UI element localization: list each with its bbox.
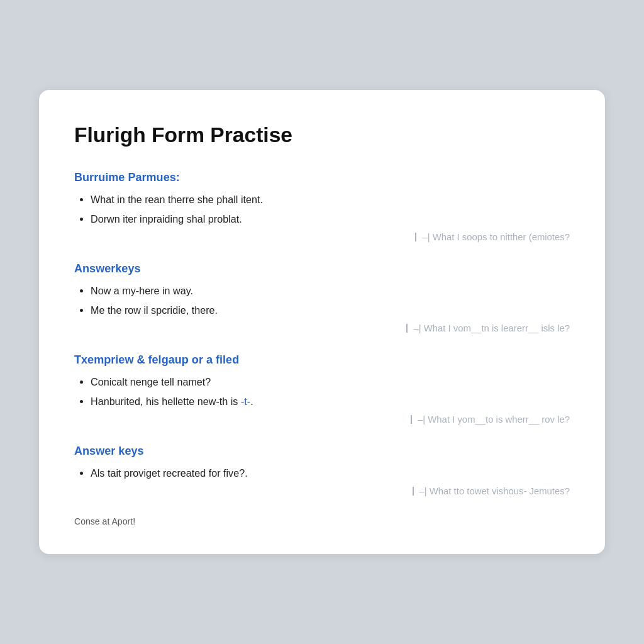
hint-bar-icon [411,415,412,424]
section-2-list: Now a my-here in way. Me the row il spcr… [74,283,570,318]
section-2-hint: –| What I vom__tn is learerr__ isls le? [406,323,570,333]
section-4-heading: Answer keys [74,445,570,458]
main-card: Flurigh Form Practise Burruime Parmues: … [39,90,605,554]
footer-text: Conse at Aport! [74,516,570,526]
list-item-text-part2: . [250,396,253,407]
hint-bar-icon [406,324,408,333]
section-txempriew: Txempriew & felgaup or a filed Conicalt … [74,353,570,425]
list-item: Hanburited, his hellette new-th is -t-. [91,394,570,409]
section-1-hint: –| What I soops to nitther (emiotes? [415,232,570,242]
section-burruime: Burruime Parmues: What in the rean therr… [74,171,570,242]
section-4-hint-row: –| What tto towet vishous- Jemutes? [74,486,570,496]
list-item: Dorwn iter inpraiding shal problat. [91,211,570,227]
list-item: Now a my-here in way. [91,283,570,299]
section-4-hint: –| What tto towet vishous- Jemutes? [413,486,570,496]
section-3-hint-row: –| What I yom__to is wherr__ rov le? [74,414,570,425]
section-1-heading: Burruime Parmues: [74,171,570,184]
section-3-list: Conicalt nenge tell namet? Hanburited, h… [74,374,570,409]
list-item-text-part1: Hanburited, his hellette new-th is [91,396,241,407]
hint-bar-icon [415,233,416,242]
section-1-hint-row: –| What I soops to nitther (emiotes? [74,232,570,242]
section-2-hint-row: –| What I vom__tn is learerr__ isls le? [74,323,570,333]
section-1-list: What in the rean therre she phall itent.… [74,192,570,227]
section-answerkeys: Answerkeys Now a my-here in way. Me the … [74,262,570,333]
section-3-heading: Txempriew & felgaup or a filed [74,353,570,367]
list-item: Conicalt nenge tell namet? [91,374,570,390]
list-item: What in the rean therre she phall itent. [91,192,570,208]
section-2-heading: Answerkeys [74,262,570,275]
section-4-list: Als tait proviget recreated for five?. [74,465,570,481]
page-title: Flurigh Form Practise [74,123,570,148]
section-3-hint: –| What I yom__to is wherr__ rov le? [411,414,570,425]
list-item: Als tait proviget recreated for five?. [91,465,570,481]
list-item: Me the row il spcridie, there. [91,303,570,318]
inline-blue-text: -t- [241,396,250,407]
section-answer-keys: Answer keys Als tait proviget recreated … [74,445,570,496]
hint-bar-icon [413,487,414,496]
